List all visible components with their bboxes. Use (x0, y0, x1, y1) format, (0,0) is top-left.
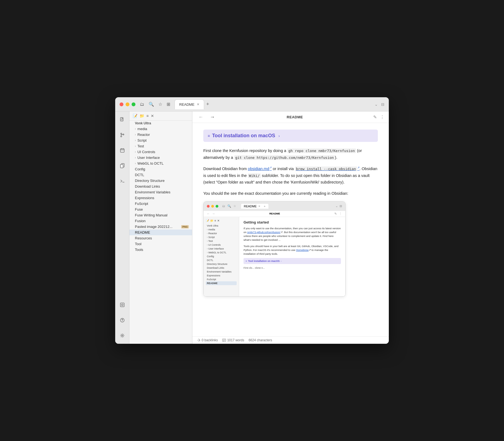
tree-item-fuse[interactable]: Fuse (129, 207, 192, 212)
folder-icon[interactable]: 🗂 (140, 102, 144, 107)
word-count: 1017 words (227, 338, 244, 342)
content-header: ← → README ✎ ⋮ (192, 111, 389, 123)
main-area: 📝 📁 ≡ ✕ Vonk Ultra ›media ›Reactor ›Scri… (115, 111, 389, 344)
backlinks-status[interactable]: 0 backlinks (197, 338, 218, 342)
content-title: README (220, 115, 370, 119)
chevron-down-icon[interactable]: ⌄ (375, 102, 378, 107)
para1-code2: git clone https://github.com/nmbr73/Kern… (234, 155, 335, 160)
tree-item-test[interactable]: ›Test (129, 143, 192, 149)
sidebar-terminal-icon[interactable] (117, 176, 127, 186)
sidebar-git-icon[interactable] (117, 130, 127, 140)
sidebar-settings-icon[interactable] (117, 331, 127, 340)
svg-point-14 (121, 304, 123, 306)
sidebar-help-icon[interactable] (117, 315, 127, 325)
tree-item-script[interactable]: ›Script (129, 138, 192, 143)
icon-sidebar (115, 111, 129, 344)
tree-item-environment-variables[interactable]: Environment Variables (129, 189, 192, 195)
preview-tree-test: › Test (206, 239, 237, 243)
file-tree: 📝 📁 ≡ ✕ Vonk Ultra ›media ›Reactor ›Scri… (129, 111, 192, 344)
more-options-icon[interactable]: ⋮ (380, 114, 384, 120)
preview-body: 📝📁≡✕ Vonk Ultra › media › Reactor › Scri… (204, 217, 345, 296)
svg-point-4 (121, 136, 122, 137)
star-icon[interactable]: ☆ (158, 102, 162, 107)
minimize-button[interactable] (126, 102, 129, 106)
backlinks-count: 0 backlinks (202, 338, 218, 342)
close-tree-icon[interactable]: ✕ (151, 114, 154, 118)
sidebar-copy-icon[interactable] (117, 161, 127, 171)
tree-item-resources[interactable]: Resources (129, 235, 192, 241)
tree-item-fuscript[interactable]: FuScript (129, 201, 192, 207)
tree-item-fuse-writing-manual[interactable]: Fuse Writing Manual (129, 212, 192, 218)
svg-point-16 (122, 321, 123, 322)
tree-item-download-links[interactable]: Download Links (129, 184, 192, 189)
close-button[interactable] (120, 102, 123, 106)
preview-tree-config: Config (206, 254, 237, 258)
preview-tree-ui2: › User Interface (206, 247, 237, 251)
preview-tree-readme: README (206, 281, 237, 285)
readme-tab[interactable]: README ✕ (175, 99, 204, 109)
tree-item-webgl[interactable]: ›WebGL to DCTL (129, 161, 192, 166)
tree-item-user-interface[interactable]: ›User Interface (129, 155, 192, 161)
preview-tree-vonk: Vonk Ultra (206, 224, 237, 228)
preview-tree-reactor: › Reactor (206, 231, 237, 235)
sidebar-book-icon[interactable] (117, 300, 127, 310)
tree-root-label: Vonk Ultra (129, 121, 192, 126)
search-icon[interactable]: 🔍 (149, 102, 154, 107)
svg-rect-6 (120, 149, 124, 152)
preview-tree-dctl: DCTL (206, 258, 237, 262)
edit-icon[interactable]: ✎ (373, 114, 377, 120)
tree-item-pasted-image[interactable]: Pasted image 202212... PNG (129, 224, 192, 230)
tab-bar: README ✕ + (175, 99, 375, 109)
brew-link[interactable]: brew install --cask obsidian↗ (295, 167, 360, 171)
new-tab-button[interactable]: + (206, 101, 209, 107)
tree-item-media[interactable]: ›media (129, 126, 192, 132)
sidebar-toggle-icon[interactable]: ⊟ (381, 102, 384, 107)
maximize-button[interactable] (132, 102, 135, 106)
tab-close-button[interactable]: ✕ (197, 102, 199, 106)
section-header[interactable]: ≡ Tool installation on macOS › (203, 130, 378, 142)
svg-point-17 (121, 335, 123, 336)
tree-item-expressions[interactable]: Expressions (129, 195, 192, 201)
back-button[interactable]: ← (197, 114, 205, 121)
preview-link2: Homebrew (296, 248, 309, 251)
preview-minimize (211, 205, 214, 208)
sidebar-files-icon[interactable] (117, 115, 127, 125)
tree-item-dctl[interactable]: DCTL (129, 172, 192, 178)
content-area: ← → README ✎ ⋮ ≡ Tool installation on ma… (192, 111, 389, 344)
tree-item-ui-controls[interactable]: ›UI Controls (129, 149, 192, 155)
char-count: 6624 characters (248, 338, 272, 342)
readme-content: ≡ Tool installation on macOS › First clo… (192, 123, 389, 336)
wordcount-status: 1017 words (222, 338, 244, 342)
titlebar: 🗂 🔍 ☆ ⊞ README ✕ + ⌄ ⊟ (115, 97, 389, 111)
sidebar-calendar-icon[interactable] (117, 145, 127, 155)
section-chevron-icon: › (279, 134, 280, 138)
file-tree-actions: 📝 📁 ≡ ✕ (133, 114, 154, 118)
preview-tree-ui: › UI Controls (206, 243, 237, 247)
layout-icon[interactable]: ⊞ (167, 102, 170, 107)
obsidian-link[interactable]: obsidian.md↗ (248, 167, 272, 171)
titlebar-right-icons: ⌄ ⊟ (375, 102, 384, 107)
tree-item-fusion[interactable]: Fusion (129, 218, 192, 224)
preview-link-icon: ↗ (280, 231, 283, 234)
sort-icon[interactable]: ≡ (146, 114, 149, 118)
tab-label: README (179, 102, 195, 107)
readme-paragraph-2: Download Obsidian from obsidian.md↗ or i… (203, 165, 378, 186)
preview-close (207, 205, 210, 208)
new-file-icon[interactable]: 📝 (133, 114, 137, 118)
preview-tree-env: Environment Variables (206, 270, 237, 274)
tree-item-directory-structure[interactable]: Directory Structure (129, 178, 192, 184)
para2-text-start: Download Obsidian from (203, 167, 248, 171)
tree-item-tool[interactable]: Tool (129, 241, 192, 247)
preview-para1: If you only want to use the documentatio… (244, 227, 341, 242)
tree-item-tools[interactable]: Tools (129, 247, 192, 253)
new-folder-icon[interactable]: 📁 (140, 114, 144, 118)
preview-para3: First clo... clone n... (244, 266, 341, 270)
tree-item-config[interactable]: Config (129, 166, 192, 172)
tree-item-reactor[interactable]: ›Reactor (129, 132, 192, 138)
forward-button[interactable]: → (208, 114, 216, 121)
content-header-actions: ✎ ⋮ (373, 114, 384, 120)
preview-tab: README ✕ + (241, 204, 268, 209)
preview-tree-fuscript: FuScript (206, 277, 237, 281)
preview-tree-dir: Directory Structure (206, 262, 237, 266)
tree-item-readme[interactable]: README (129, 230, 192, 235)
